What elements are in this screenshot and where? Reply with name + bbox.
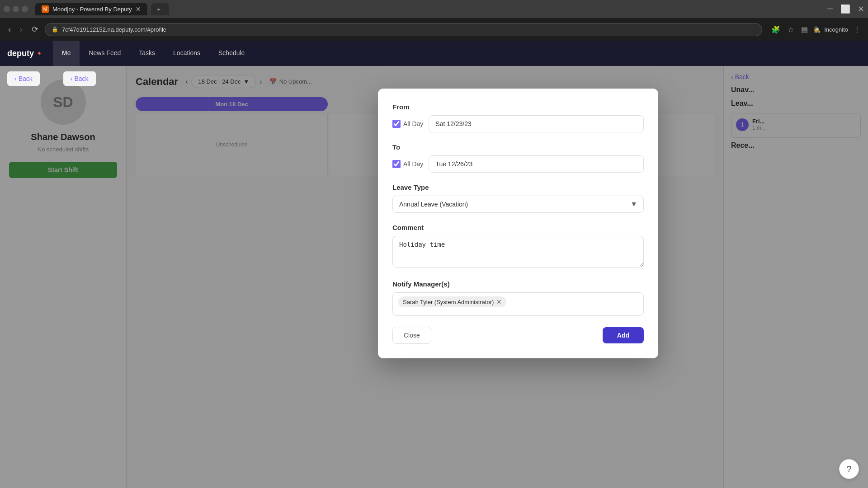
comment-field: Comment Holiday time <box>392 224 644 269</box>
maximize-btn[interactable] <box>13 6 19 12</box>
notify-label: Notify Manager(s) <box>392 280 644 288</box>
forward-nav-btn[interactable]: › <box>17 23 25 36</box>
win-close-icon[interactable]: ✕ <box>858 4 864 14</box>
close-btn-window[interactable] <box>22 6 28 12</box>
comment-textarea[interactable]: Holiday time <box>392 236 644 267</box>
app-container: deputy ✦ Me News Feed Tasks Locations Sc… <box>0 41 868 488</box>
leave-type-select[interactable]: Annual Leave (Vacation) Sick Leave Perso… <box>392 196 644 213</box>
menu-icon[interactable]: ⋮ <box>852 23 863 36</box>
help-btn[interactable]: ? <box>839 459 859 479</box>
window-controls <box>4 6 28 12</box>
manager-tag: Sarah Tyler (System Administrator) ✕ <box>398 296 506 307</box>
bookmark-star-icon[interactable]: ☆ <box>786 23 796 36</box>
comment-label: Comment <box>392 224 644 231</box>
reader-mode-icon[interactable]: ▤ <box>799 23 810 36</box>
win-minimize-icon[interactable]: ─ <box>827 4 833 14</box>
manager-tag-remove[interactable]: ✕ <box>496 298 502 305</box>
nav-tab-me[interactable]: Me <box>53 41 80 66</box>
refresh-nav-btn[interactable]: ⟳ <box>29 23 41 36</box>
incognito-area: 🕵 Incognito <box>813 23 848 36</box>
active-tab[interactable]: M Moodjoy - Powered By Deputy ✕ <box>35 3 147 15</box>
from-date-input[interactable] <box>429 115 644 132</box>
extensions-icon[interactable]: 🧩 <box>769 23 782 36</box>
top-nav: deputy ✦ Me News Feed Tasks Locations Sc… <box>0 41 868 66</box>
back-nav-btn[interactable]: ‹ <box>5 23 14 36</box>
chevron-left-icon-2: ‹ <box>71 75 73 82</box>
add-leave-btn[interactable]: Add <box>603 327 644 343</box>
to-date-input[interactable] <box>429 155 644 173</box>
manager-input[interactable]: Sarah Tyler (System Administrator) ✕ <box>392 292 644 316</box>
nav-tab-schedule[interactable]: Schedule <box>209 41 254 66</box>
browser-titlebar: M Moodjoy - Powered By Deputy ✕ + ─ ⬜ ✕ <box>0 0 868 18</box>
logo-text: deputy <box>7 49 34 58</box>
leave-request-modal: From All Day To All Day <box>378 89 658 358</box>
minimize-btn[interactable] <box>4 6 10 12</box>
chevron-left-icon-1: ‹ <box>14 75 17 82</box>
browser-chrome: M Moodjoy - Powered By Deputy ✕ + ─ ⬜ ✕ … <box>0 0 868 41</box>
from-field: From All Day <box>392 103 644 132</box>
to-allday-checkbox[interactable] <box>392 160 401 168</box>
overlay-back-btn-2[interactable]: ‹ Back <box>63 71 96 86</box>
to-field: To All Day <box>392 143 644 173</box>
browser-nav: ‹ › ⟳ 🔒 7cf47d19112152.na.deputy.com/#pr… <box>0 18 868 41</box>
to-label: To <box>392 143 644 151</box>
to-row: All Day <box>392 155 644 173</box>
window-right-controls: ─ ⬜ ✕ <box>827 4 864 14</box>
to-allday-label[interactable]: All Day <box>392 160 423 168</box>
deputy-logo: deputy ✦ <box>7 49 42 58</box>
notify-field: Notify Manager(s) Sarah Tyler (System Ad… <box>392 280 644 316</box>
url-text: 7cf47d19112152.na.deputy.com/#profile <box>62 26 166 33</box>
tab-close-btn[interactable]: ✕ <box>136 5 141 13</box>
tab-title: Moodjoy - Powered By Deputy <box>52 6 132 13</box>
from-allday-label[interactable]: All Day <box>392 120 423 128</box>
back-panel: ‹ Back ‹ Back <box>0 66 868 91</box>
main-content: SD Shane Dawson No scheduled shifts Star… <box>0 66 868 488</box>
leave-type-field: Leave Type Annual Leave (Vacation) Sick … <box>392 183 644 213</box>
leave-type-wrapper: Annual Leave (Vacation) Sick Leave Perso… <box>392 196 644 213</box>
incognito-icon: 🕵 <box>813 26 821 33</box>
win-restore-icon[interactable]: ⬜ <box>840 4 850 14</box>
from-row: All Day <box>392 115 644 132</box>
incognito-label: Incognito <box>824 26 848 33</box>
logo-star: ✦ <box>37 50 42 57</box>
close-modal-btn[interactable]: Close <box>392 327 431 344</box>
leave-type-label: Leave Type <box>392 183 644 191</box>
from-label: From <box>392 103 644 111</box>
address-bar[interactable]: 🔒 7cf47d19112152.na.deputy.com/#profile <box>45 23 762 36</box>
nav-tab-newsfeed[interactable]: News Feed <box>80 41 130 66</box>
overlay-back-btn-1[interactable]: ‹ Back <box>7 71 40 86</box>
new-tab-btn[interactable]: + <box>151 3 169 15</box>
lock-icon: 🔒 <box>52 26 58 33</box>
from-allday-checkbox[interactable] <box>392 120 401 128</box>
nav-tab-locations[interactable]: Locations <box>164 41 209 66</box>
tab-favicon: M <box>42 5 49 13</box>
nav-tab-tasks[interactable]: Tasks <box>130 41 164 66</box>
nav-actions: 🧩 ☆ ▤ 🕵 Incognito ⋮ <box>769 23 863 36</box>
modal-footer: Close Add <box>392 327 644 344</box>
nav-tabs: Me News Feed Tasks Locations Schedule <box>53 41 254 66</box>
